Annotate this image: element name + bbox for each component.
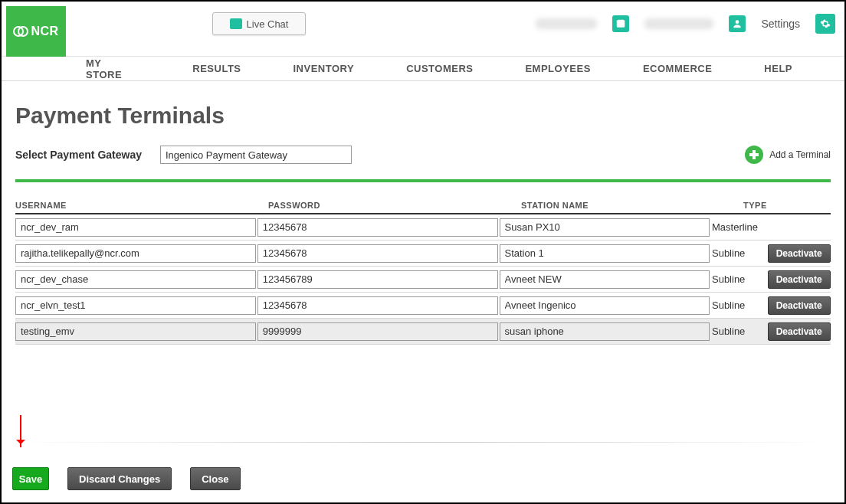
live-chat-button[interactable]: Live Chat (212, 12, 306, 35)
header-obscured-1 (536, 18, 597, 29)
main-nav: MY STORE RESULTS INVENTORY CUSTOMERS EMP… (2, 57, 844, 81)
table-header: USERNAME PASSWORD STATION NAME TYPE (15, 201, 831, 214)
nav-ecommerce[interactable]: ECOMMERCE (643, 63, 712, 74)
close-button[interactable]: Close (190, 467, 240, 490)
deactivate-button[interactable]: Deactivate (768, 296, 831, 315)
username-input[interactable] (15, 244, 256, 263)
type-label: Subline (712, 273, 768, 285)
nav-help[interactable]: HELP (764, 63, 792, 74)
station-input[interactable] (500, 296, 710, 315)
station-input[interactable] (500, 322, 710, 341)
content: Payment Terminals Select Payment Gateway… (2, 81, 844, 345)
footer-separator (12, 442, 834, 443)
user-icon[interactable] (729, 15, 746, 32)
password-input[interactable] (257, 244, 498, 263)
svg-rect-1 (618, 20, 624, 21)
col-password: PASSWORD (268, 201, 521, 210)
nav-my-store[interactable]: MY STORE (86, 57, 140, 80)
store-icon[interactable] (612, 15, 629, 32)
type-label: Masterline (712, 221, 768, 233)
password-input[interactable] (257, 218, 498, 237)
station-input[interactable] (500, 218, 710, 237)
username-input[interactable] (15, 218, 256, 237)
save-button[interactable]: Save (12, 467, 49, 490)
settings-link[interactable]: Settings (761, 18, 800, 30)
table-row: Masterline (15, 214, 831, 241)
brand-logo: NCR (6, 6, 66, 57)
green-separator (15, 179, 831, 182)
col-type: TYPE (743, 201, 831, 210)
deactivate-button[interactable]: Deactivate (768, 244, 831, 263)
discard-button[interactable]: Discard Changes (67, 467, 172, 490)
username-input[interactable] (15, 322, 256, 341)
table-row: SublineDeactivate (15, 267, 831, 293)
svg-point-2 (736, 20, 739, 24)
nav-employees[interactable]: EMPLOYEES (525, 63, 590, 74)
chat-icon (230, 18, 242, 29)
deactivate-button[interactable]: Deactivate (768, 270, 831, 289)
footer: Save Discard Changes Close (12, 467, 834, 490)
nav-customers[interactable]: CUSTOMERS (406, 63, 473, 74)
table-body: MasterlineSublineDeactivateSublineDeacti… (15, 214, 831, 345)
username-input[interactable] (15, 296, 256, 315)
add-terminal-label: Add a Terminal (769, 149, 831, 160)
header-right: Settings (536, 14, 835, 34)
password-input[interactable] (257, 322, 498, 341)
table-row: SublineDeactivate (15, 293, 831, 319)
brand-name: NCR (31, 25, 58, 38)
username-input[interactable] (15, 270, 256, 289)
settings-gear-button[interactable] (815, 14, 835, 34)
plus-icon (745, 146, 763, 164)
type-label: Subline (712, 326, 768, 337)
nav-inventory[interactable]: INVENTORY (293, 63, 355, 74)
header-obscured-2 (644, 18, 713, 29)
live-chat-label: Live Chat (247, 18, 289, 30)
station-input[interactable] (500, 270, 710, 289)
brand-rings-icon (13, 26, 28, 37)
nav-results[interactable]: RESULTS (192, 63, 241, 74)
password-input[interactable] (257, 270, 498, 289)
station-input[interactable] (500, 244, 710, 263)
table-row: SublineDeactivate (15, 241, 831, 267)
type-label: Subline (712, 299, 768, 311)
brand-text: NCR (13, 25, 58, 38)
page-title: Payment Terminals (15, 103, 831, 129)
gateway-select[interactable] (160, 146, 352, 164)
col-username: USERNAME (15, 201, 268, 210)
gateway-row: Select Payment Gateway Add a Terminal (15, 146, 831, 164)
topbar: NCR Live Chat Settings (2, 2, 844, 57)
type-label: Subline (712, 247, 768, 259)
password-input[interactable] (257, 296, 498, 315)
table-row: SublineDeactivate (15, 319, 831, 345)
deactivate-button[interactable]: Deactivate (768, 322, 831, 341)
gateway-label: Select Payment Gateway (15, 149, 142, 161)
col-station: STATION NAME (521, 201, 743, 210)
add-terminal-button[interactable]: Add a Terminal (745, 146, 831, 164)
